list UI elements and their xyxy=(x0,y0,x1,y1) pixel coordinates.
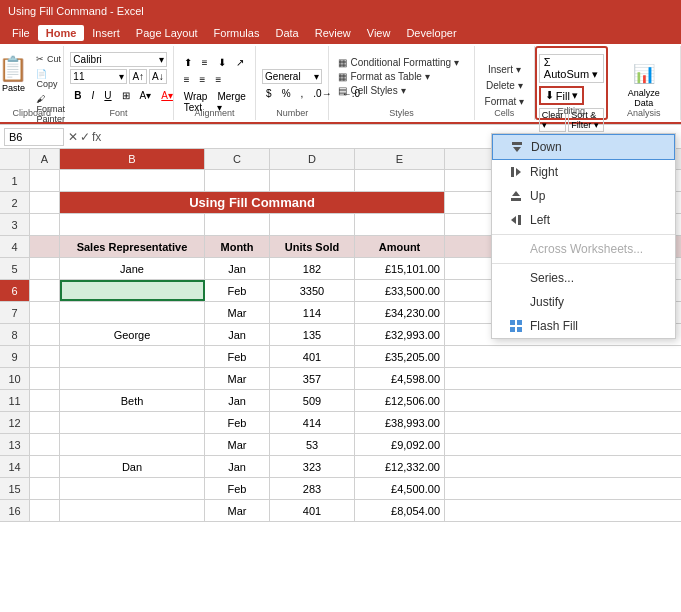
cell-a8[interactable] xyxy=(30,324,60,345)
cell-e4[interactable]: Amount xyxy=(355,236,445,257)
underline-button[interactable]: U xyxy=(100,88,115,103)
cell-d7[interactable]: 114 xyxy=(270,302,355,323)
confirm-icon[interactable]: ✓ xyxy=(80,130,90,144)
cell-c6[interactable]: Feb xyxy=(205,280,270,301)
cell-b10[interactable] xyxy=(60,368,205,389)
cancel-icon[interactable]: ✕ xyxy=(68,130,78,144)
col-header-b[interactable]: B xyxy=(60,149,205,169)
italic-button[interactable]: I xyxy=(88,88,99,103)
align-center-button[interactable]: ≡ xyxy=(196,72,210,87)
menu-home[interactable]: Home xyxy=(38,25,85,41)
align-bottom-button[interactable]: ⬇ xyxy=(214,55,230,70)
cell-e14[interactable]: £12,332.00 xyxy=(355,456,445,477)
menu-view[interactable]: View xyxy=(359,25,399,41)
cell-styles-button[interactable]: ▤ Cell Styles ▾ xyxy=(335,84,467,97)
cell-d6[interactable]: 3350 xyxy=(270,280,355,301)
cell-a10[interactable] xyxy=(30,368,60,389)
function-icon[interactable]: fx xyxy=(92,130,101,144)
col-header-a[interactable]: A xyxy=(30,149,60,169)
cell-b8[interactable]: George xyxy=(60,324,205,345)
menu-page-layout[interactable]: Page Layout xyxy=(128,25,206,41)
cell-d1[interactable] xyxy=(270,170,355,191)
cell-c8[interactable]: Jan xyxy=(205,324,270,345)
cell-c1[interactable] xyxy=(205,170,270,191)
col-header-d[interactable]: D xyxy=(270,149,355,169)
cell-a4[interactable] xyxy=(30,236,60,257)
cell-c11[interactable]: Jan xyxy=(205,390,270,411)
font-family-select[interactable]: Calibri ▾ xyxy=(70,52,166,67)
cell-a9[interactable] xyxy=(30,346,60,367)
menu-insert[interactable]: Insert xyxy=(84,25,128,41)
cell-a2[interactable] xyxy=(30,192,60,213)
cell-a15[interactable] xyxy=(30,478,60,499)
menu-file[interactable]: File xyxy=(4,25,38,41)
cell-b16[interactable] xyxy=(60,500,205,521)
cell-d8[interactable]: 135 xyxy=(270,324,355,345)
number-format-select[interactable]: General ▾ xyxy=(262,69,322,84)
cell-e11[interactable]: £12,506.00 xyxy=(355,390,445,411)
cell-c3[interactable] xyxy=(205,214,270,235)
cell-d3[interactable] xyxy=(270,214,355,235)
fill-button[interactable]: ⬇ Fill ▾ xyxy=(539,86,584,105)
percent-button[interactable]: % xyxy=(278,86,295,101)
cell-d5[interactable]: 182 xyxy=(270,258,355,279)
cell-b7[interactable] xyxy=(60,302,205,323)
angle-button[interactable]: ↗ xyxy=(232,55,248,70)
cell-e13[interactable]: £9,092.00 xyxy=(355,434,445,455)
font-increase-button[interactable]: A↑ xyxy=(129,69,147,84)
currency-button[interactable]: $ xyxy=(262,86,276,101)
fill-justify-item[interactable]: Justify xyxy=(492,290,675,314)
cell-c5[interactable]: Jan xyxy=(205,258,270,279)
conditional-formatting-button[interactable]: ▦ Conditional Formatting ▾ xyxy=(335,56,467,69)
fill-up-item[interactable]: Up xyxy=(492,184,675,208)
cell-e9[interactable]: £35,205.00 xyxy=(355,346,445,367)
cell-d12[interactable]: 414 xyxy=(270,412,355,433)
cell-a12[interactable] xyxy=(30,412,60,433)
format-cells-button[interactable]: Format ▾ xyxy=(482,95,527,108)
cell-e1[interactable] xyxy=(355,170,445,191)
font-decrease-button[interactable]: A↓ xyxy=(149,69,167,84)
menu-formulas[interactable]: Formulas xyxy=(206,25,268,41)
cell-b2-title[interactable]: Using Fill Command xyxy=(60,192,445,213)
cell-a11[interactable] xyxy=(30,390,60,411)
cell-d10[interactable]: 357 xyxy=(270,368,355,389)
cell-d15[interactable]: 283 xyxy=(270,478,355,499)
menu-review[interactable]: Review xyxy=(307,25,359,41)
cut-button[interactable]: ✂ Cut xyxy=(33,52,68,66)
cell-b4[interactable]: Sales Representative xyxy=(60,236,205,257)
fill-color-button[interactable]: A▾ xyxy=(136,88,156,103)
col-header-c[interactable]: C xyxy=(205,149,270,169)
align-left-button[interactable]: ≡ xyxy=(180,72,194,87)
cell-d16[interactable]: 401 xyxy=(270,500,355,521)
cell-e10[interactable]: £4,598.00 xyxy=(355,368,445,389)
cell-b11[interactable]: Beth xyxy=(60,390,205,411)
cell-a7[interactable] xyxy=(30,302,60,323)
cell-c15[interactable]: Feb xyxy=(205,478,270,499)
cell-b6-selected[interactable] xyxy=(60,280,205,301)
fill-right-item[interactable]: Right xyxy=(492,160,675,184)
cell-a6[interactable] xyxy=(30,280,60,301)
cell-c16[interactable]: Mar xyxy=(205,500,270,521)
cell-a16[interactable] xyxy=(30,500,60,521)
font-size-select[interactable]: 11 ▾ xyxy=(70,69,127,84)
paste-button[interactable]: 📋 Paste xyxy=(0,52,31,96)
cell-c7[interactable]: Mar xyxy=(205,302,270,323)
cell-b9[interactable] xyxy=(60,346,205,367)
fill-down-item[interactable]: Down xyxy=(492,134,675,160)
col-header-e[interactable]: E xyxy=(355,149,445,169)
cell-b14[interactable]: Dan xyxy=(60,456,205,477)
format-as-table-button[interactable]: ▦ Format as Table ▾ xyxy=(335,70,467,83)
cell-d13[interactable]: 53 xyxy=(270,434,355,455)
delete-cells-button[interactable]: Delete ▾ xyxy=(483,79,526,92)
cell-a5[interactable] xyxy=(30,258,60,279)
cell-a3[interactable] xyxy=(30,214,60,235)
fill-series-item[interactable]: Series... xyxy=(492,266,675,290)
cell-c4[interactable]: Month xyxy=(205,236,270,257)
cell-a13[interactable] xyxy=(30,434,60,455)
cell-b3[interactable] xyxy=(60,214,205,235)
cell-d11[interactable]: 509 xyxy=(270,390,355,411)
cell-e3[interactable] xyxy=(355,214,445,235)
align-middle-button[interactable]: ≡ xyxy=(198,55,212,70)
cell-c12[interactable]: Feb xyxy=(205,412,270,433)
cell-c13[interactable]: Mar xyxy=(205,434,270,455)
